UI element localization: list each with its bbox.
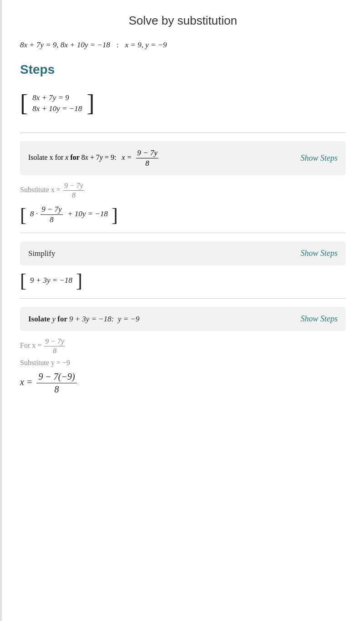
bracket-left-1: [ <box>20 92 28 115</box>
step2-box: Simplify Show Steps <box>20 241 346 265</box>
step1-x-equals: x = <box>122 153 134 161</box>
step1-numerator: 9 − 7y <box>136 148 158 158</box>
summary-colon: : <box>116 41 119 50</box>
matrix2-row: [ 8 · 9 − 7y 8 + 10y = −18 ] <box>20 205 346 224</box>
for-x-num: 9 − 7y <box>44 337 65 346</box>
step2-label: Simplify <box>28 249 56 258</box>
x-final-fraction: 9 − 7(−9) 8 <box>36 372 76 395</box>
step2-content: Simplify <box>28 249 56 258</box>
bracket-left-2: [ <box>20 205 26 224</box>
result2-content: 9 + 3y = −18 <box>30 276 72 285</box>
sub1-num: 9 − 7y <box>63 182 84 191</box>
system-matrix: [ 8x + 7y = 9 8x + 10y = −18 ] <box>20 92 95 115</box>
page-container: Solve by substitution 8x + 7y = 9, 8x + … <box>0 0 364 621</box>
matrix-row-2: 8x + 10y = −18 <box>32 104 82 113</box>
step1-content: Isolate x for x for 8x + 7y = 9: x = 9 −… <box>28 148 159 168</box>
show-steps-1[interactable]: Show Steps <box>300 153 338 163</box>
bracket-right-3: ] <box>76 271 82 290</box>
step1-isolate: Isolate x for <box>28 153 63 161</box>
substitute1-prefix: Substitute x = <box>20 186 61 193</box>
step1-eq: x for 8x + 7y = 9: <box>65 153 120 161</box>
for-x-den: 8 <box>52 346 57 355</box>
step3-for: for <box>56 315 69 323</box>
substitute1-fraction: 9 − 7y 8 <box>63 182 84 199</box>
steps-heading: Steps <box>20 62 346 77</box>
summary-equations: 8x + 7y = 9, 8x + 10y = −18 <box>20 41 110 50</box>
x-final-den: 8 <box>53 383 61 395</box>
for-x-fraction: 9 − 7y 8 <box>44 337 65 355</box>
step3-isolate: Isolate <box>28 315 52 323</box>
matrix-content-1: 8x + 7y = 9 8x + 10y = −18 <box>32 93 82 113</box>
step3-box: Isolate y for 9 + 3y = −18: y = −9 Show … <box>20 307 346 331</box>
x-final-num: 9 − 7(−9) <box>36 372 76 383</box>
divider-3 <box>20 298 346 299</box>
substitute1-text: Substitute x = 9 − 7y 8 <box>20 182 346 199</box>
step3-label: Isolate y for 9 + 3y = −18: y = −9 <box>28 315 140 324</box>
divider-2 <box>20 233 346 233</box>
step1-fraction: 9 − 7y 8 <box>136 148 158 168</box>
sub-y-text: Substitute y = −9 <box>20 359 346 367</box>
sub1-den: 8 <box>71 191 76 199</box>
divider-1 <box>20 132 346 133</box>
for-x-text: For x = 9 − 7y 8 <box>20 337 346 355</box>
eq2-text: 8x + 10y = −18 <box>32 104 82 113</box>
equation-summary: 8x + 7y = 9, 8x + 10y = −18 : x = 9, y =… <box>20 41 346 50</box>
eq1-text: 8x + 7y = 9 <box>32 93 69 102</box>
matrix-row-1: 8x + 7y = 9 <box>32 93 82 102</box>
x-final-prefix: x = <box>20 377 32 387</box>
x-final-row: x = 9 − 7(−9) 8 <box>20 372 346 395</box>
bracket-left-3: [ <box>20 271 26 290</box>
matrix2-content: 8 · 9 − 7y 8 + 10y = −18 <box>30 205 108 224</box>
page-title: Solve by substitution <box>20 14 346 28</box>
show-steps-2[interactable]: Show Steps <box>300 249 338 258</box>
result2-row: [ 9 + 3y = −18 ] <box>20 271 346 290</box>
step1-label: Isolate x for x for 8x + 7y = 9: x = 9 −… <box>28 148 159 168</box>
sub-y-label: Substitute y = −9 <box>20 359 70 366</box>
for-x-prefix: For x = <box>20 341 41 349</box>
summary-result: x = 9, y = −9 <box>125 41 167 50</box>
bracket-right-2: ] <box>111 205 118 224</box>
step3-content: Isolate y for 9 + 3y = −18: y = −9 <box>28 315 140 324</box>
show-steps-3[interactable]: Show Steps <box>300 314 338 324</box>
step1-box: Isolate x for x for 8x + 7y = 9: x = 9 −… <box>20 141 346 175</box>
step1-denominator: 8 <box>145 158 151 168</box>
bracket-right-1: ] <box>86 92 94 115</box>
